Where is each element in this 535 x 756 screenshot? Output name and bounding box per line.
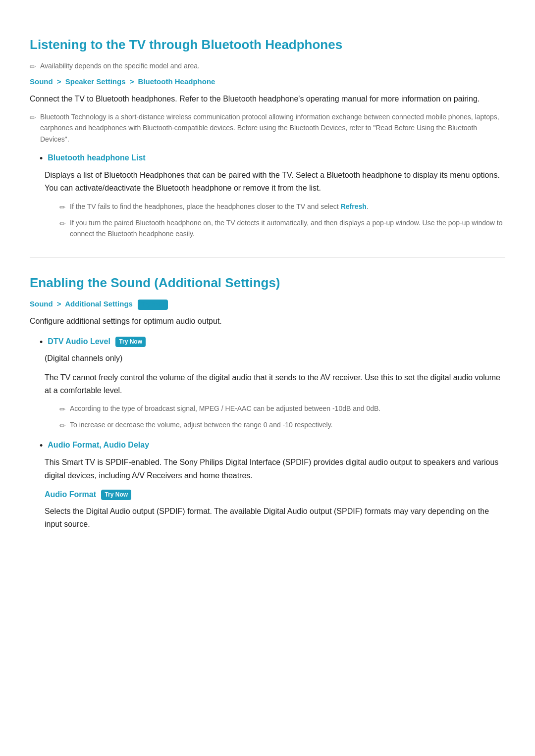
bluetooth-list-note1: ✏ If the TV fails to find the headphones… <box>59 201 505 213</box>
breadcrumb2-additional-settings[interactable]: Additional Settings <box>65 300 133 308</box>
breadcrumb-speaker-settings[interactable]: Speaker Settings <box>65 77 126 86</box>
dtv-note1: ✏ According to the type of broadcast sig… <box>59 403 505 415</box>
breadcrumb-section2: Sound > Additional Settings Try Now <box>30 298 505 310</box>
section2-intro: Configure additional settings for optimu… <box>30 315 505 328</box>
additional-settings-try-now-badge[interactable]: Try Now <box>138 300 168 310</box>
note2-pencil-icon: ✏ <box>59 218 66 230</box>
breadcrumb-bluetooth-headphone[interactable]: Bluetooth Headphone <box>138 77 215 86</box>
bullet-dot-3: • <box>40 439 43 453</box>
bluetooth-list-label: Bluetooth headphone List <box>48 151 145 164</box>
bluetooth-note-row: ✏ Bluetooth Technology is a short-distan… <box>30 111 505 145</box>
section1-intro: Connect the TV to Bluetooth headphones. … <box>30 93 505 105</box>
dtv-note2: ✏ To increase or decrease the volume, ad… <box>59 419 505 432</box>
bullet-audio-format: • Audio Format, Audio Delay <box>40 439 505 453</box>
note2-text: If you turn the paired Bluetooth headpho… <box>70 217 505 240</box>
note1-suffix: . <box>367 202 369 210</box>
dtv-audio-content: (Digital channels only) The TV cannot fr… <box>45 352 505 432</box>
bullet-bluetooth-list: • Bluetooth headphone List <box>40 151 505 166</box>
dtv-note1-pencil-icon: ✏ <box>59 403 66 415</box>
audio-format-sub-header: Audio Format Try Now <box>45 488 505 501</box>
breadcrumb-section1: Sound > Speaker Settings > Bluetooth Hea… <box>30 76 505 88</box>
dtv-audio-label: DTV Audio Level <box>48 337 110 346</box>
audio-format-content: This Smart TV is SPDIF-enabled. The Sony… <box>45 456 505 531</box>
audio-format-try-now-badge[interactable]: Try Now <box>101 490 131 500</box>
breadcrumb2-sound[interactable]: Sound <box>30 300 53 308</box>
note-pencil-icon: ✏ <box>30 61 36 73</box>
audio-format-body: This Smart TV is SPDIF-enabled. The Sony… <box>45 456 505 482</box>
breadcrumb-sep1: > <box>57 77 61 86</box>
breadcrumb-sep2: > <box>130 77 134 86</box>
note1-pencil-icon: ✏ <box>59 202 66 213</box>
dtv-note1-text: According to the type of broadcast signa… <box>70 403 380 414</box>
dtv-note2-pencil-icon: ✏ <box>59 420 66 432</box>
refresh-link[interactable]: Refresh <box>341 202 367 210</box>
bluetooth-list-note2: ✏ If you turn the paired Bluetooth headp… <box>59 217 505 240</box>
bluetooth-note-pencil-icon: ✏ <box>30 112 36 124</box>
dtv-audio-sub-label: (Digital channels only) <box>45 352 505 365</box>
bullet-dtv-audio: • DTV Audio Level Try Now <box>40 335 505 350</box>
section-divider <box>30 257 505 258</box>
dtv-audio-try-now-badge[interactable]: Try Now <box>115 337 146 347</box>
breadcrumb-sound[interactable]: Sound <box>30 77 53 86</box>
audio-format-sub-label: Audio Format <box>45 490 96 499</box>
audio-format-sub-body: Selects the Digital Audio output (SPDIF)… <box>45 505 505 531</box>
section2-title: Enabling the Sound (Additional Settings) <box>30 273 505 294</box>
breadcrumb2-sep1: > <box>57 300 61 308</box>
bluetooth-list-body: Displays a list of Bluetooth Headphones … <box>45 169 505 195</box>
bullet-dot-1: • <box>40 151 43 166</box>
section1-title: Listening to the TV through Bluetooth He… <box>30 35 505 55</box>
availability-note-text: Availability depends on the specific mod… <box>40 60 200 71</box>
note1-prefix: If the TV fails to find the headphones, … <box>70 202 341 210</box>
availability-note-row: ✏ Availability depends on the specific m… <box>30 60 505 73</box>
dtv-note2-text: To increase or decrease the volume, adju… <box>70 419 333 430</box>
bullet-dot-2: • <box>40 335 43 350</box>
dtv-audio-body: The TV cannot freely control the volume … <box>45 371 505 398</box>
audio-format-label: Audio Format, Audio Delay <box>48 439 149 452</box>
bluetooth-list-content: Displays a list of Bluetooth Headphones … <box>45 169 505 240</box>
bluetooth-note-text: Bluetooth Technology is a short-distance… <box>40 111 505 145</box>
note1-text: If the TV fails to find the headphones, … <box>70 201 369 212</box>
